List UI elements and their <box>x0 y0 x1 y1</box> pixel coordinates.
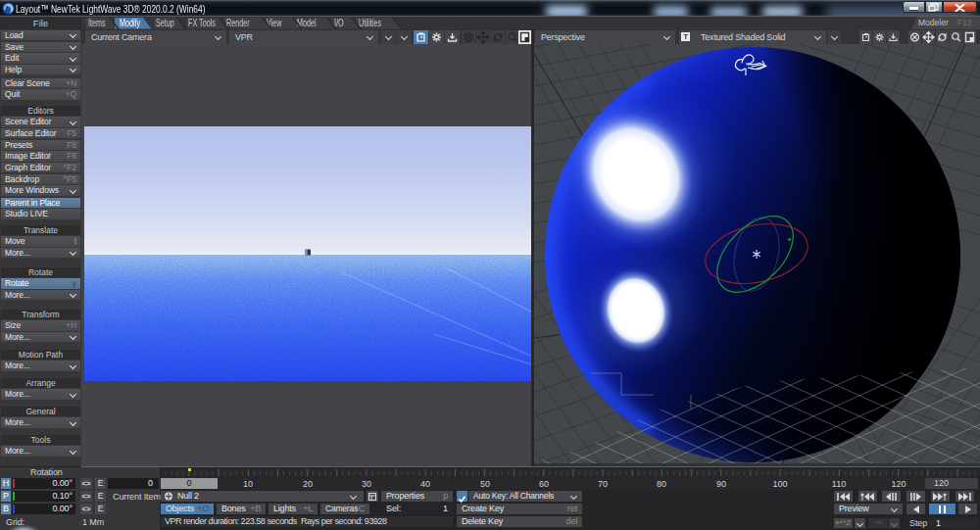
svg-text:120: 120 <box>891 479 906 489</box>
svg-text:70: 70 <box>598 479 608 489</box>
svg-text:30: 30 <box>362 479 371 489</box>
svg-text:20: 20 <box>303 479 313 489</box>
svg-text:10: 10 <box>243 479 253 489</box>
svg-text:50: 50 <box>480 479 490 489</box>
svg-text:110: 110 <box>832 479 846 489</box>
svg-text:90: 90 <box>716 479 726 489</box>
svg-text:40: 40 <box>420 479 430 489</box>
svg-text:100: 100 <box>772 479 787 489</box>
svg-text:60: 60 <box>539 479 549 489</box>
svg-text:80: 80 <box>657 479 666 489</box>
